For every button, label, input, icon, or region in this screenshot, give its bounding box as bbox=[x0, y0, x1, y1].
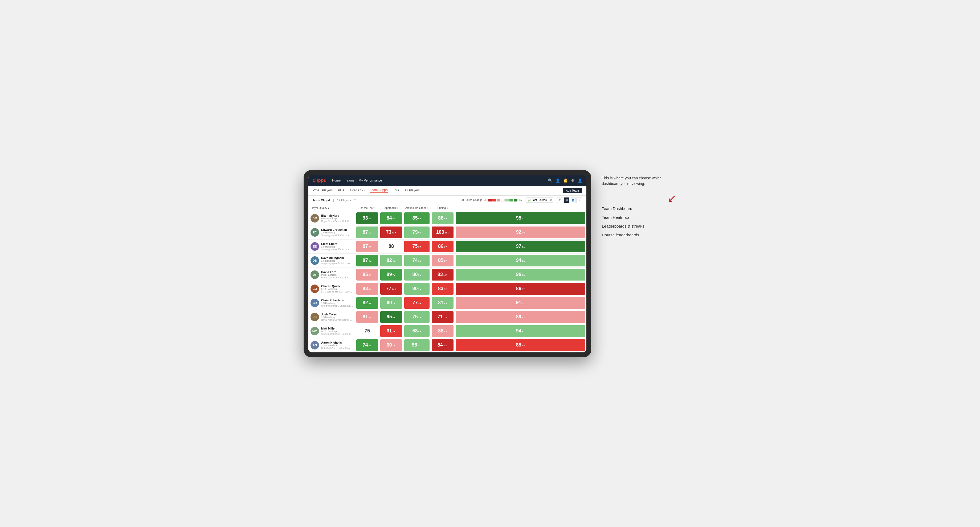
search-icon[interactable]: 🔍 bbox=[548, 178, 552, 183]
score-cell-approach: 74 1▲ bbox=[403, 253, 431, 268]
nav-teams[interactable]: Teams bbox=[345, 179, 354, 182]
nav-my-performance[interactable]: My Performance bbox=[358, 179, 382, 182]
account-icon[interactable]: 👤 bbox=[578, 178, 582, 183]
score-cell-player_quality: 87 3▼ bbox=[355, 239, 379, 253]
col-header-approach[interactable]: Approach ▾ bbox=[379, 205, 403, 211]
score-cell-off_tee: 89 7▲ bbox=[379, 268, 403, 282]
last-rounds-value: 20 bbox=[549, 198, 552, 202]
player-handicap: 1-5 Handicap bbox=[321, 316, 353, 319]
score-cell-approach: 58 4▲ bbox=[403, 324, 431, 338]
score-cell-putting: 97 5▲ bbox=[455, 239, 586, 253]
score-cell-putting: 91 3▼ bbox=[455, 296, 586, 310]
score-cell-player_quality: 74 8▲ bbox=[355, 338, 379, 352]
edit-icon[interactable]: ✏ bbox=[354, 198, 356, 202]
subnav-pga[interactable]: PGA bbox=[338, 189, 345, 193]
team-name: Team Clippd bbox=[313, 198, 330, 202]
score-cell-putting: 95 9▲ bbox=[455, 211, 586, 225]
player-cell: DB Dave Billingham 1-5 Handicap Gog Mago… bbox=[309, 253, 355, 268]
table-container: Player Quality ▾ Off the Tee ▾ Approach … bbox=[309, 205, 586, 352]
user-icon[interactable]: 👤 bbox=[555, 178, 560, 183]
last-rounds-icon: 📊 bbox=[528, 198, 531, 202]
arrow-indicator: ↙ bbox=[602, 193, 676, 204]
player-table: Player Quality ▾ Off the Tee ▾ Approach … bbox=[309, 205, 586, 352]
avatar: MM bbox=[310, 327, 319, 335]
player-handicap: 1-5 Handicap bbox=[321, 302, 353, 305]
outer-wrapper: clippd Home Teams My Performance 🔍 👤 🔔 ⚙… bbox=[304, 170, 676, 357]
player-info: Matt Miller 6-10 Handicap Woburn Golf Cl… bbox=[321, 327, 353, 335]
table-row[interactable]: CQ Charlie Quick 6-10 Handicap St. Georg… bbox=[309, 282, 586, 296]
score-cell-around_green: 83 6▼ bbox=[431, 282, 455, 296]
annotation-item-2: Team Heatmap bbox=[602, 215, 676, 220]
score-cell-approach: 77 3▼ bbox=[403, 296, 431, 310]
tablet-frame: clippd Home Teams My Performance 🔍 👤 🔔 ⚙… bbox=[304, 170, 591, 357]
player-handicap: 1-5 Handicap bbox=[321, 231, 353, 234]
score-cell-around_green: 83 10▼ bbox=[431, 268, 455, 282]
add-team-button[interactable]: Add Team bbox=[563, 188, 582, 193]
sub-nav: PGAT Players PGA Hcaps 1-5 Team Clippd T… bbox=[309, 186, 586, 195]
table-row[interactable]: EE Elliot Ebert 1-5 Handicap Sunningdale… bbox=[309, 239, 586, 253]
annotation-text: This is where you can choose which dashb… bbox=[602, 175, 676, 187]
player-handicap: 11-15 Handicap bbox=[321, 344, 353, 347]
score-cell-approach: 75 2▲ bbox=[403, 310, 431, 324]
table-row[interactable]: JC Josh Coles 1-5 Handicap Royal North D… bbox=[309, 310, 586, 324]
player-cell: AN Aaron Nicholls 11-15 Handicap Drift G… bbox=[309, 338, 355, 352]
player-info: Edward Crossman 1-5 Handicap Sunningdale… bbox=[321, 228, 353, 237]
sidebar-annotation: This is where you can choose which dashb… bbox=[602, 170, 676, 237]
col-header-off-tee[interactable]: Off the Tee ▾ bbox=[355, 205, 379, 211]
player-club: Gog Magog Golf Club, United Kingdom bbox=[321, 262, 353, 265]
table-row[interactable]: DF David Ford Plus Handicap Royal North … bbox=[309, 268, 586, 282]
table-row[interactable]: MM Matt Miller 6-10 Handicap Woburn Golf… bbox=[309, 324, 586, 338]
score-cell-approach: 79 9▲ bbox=[403, 225, 431, 239]
score-cell-off_tee: 77 14▼ bbox=[379, 282, 403, 296]
score-cell-around_green: 81 4▲ bbox=[431, 296, 455, 310]
player-handicap: Plus Handicap bbox=[321, 274, 353, 276]
player-cell: EE Elliot Ebert 1-5 Handicap Sunningdale… bbox=[309, 239, 355, 253]
player-handicap: 6-10 Handicap bbox=[321, 288, 353, 290]
player-cell: DF David Ford Plus Handicap Royal North … bbox=[309, 268, 355, 282]
player-name: Josh Coles bbox=[321, 313, 353, 316]
player-club: Woburn Golf Club, United Kingdom bbox=[321, 333, 353, 335]
view-grid-button[interactable]: ⊞ bbox=[557, 197, 563, 203]
score-cell-around_green: 86 6▼ bbox=[431, 239, 455, 253]
view-download-button[interactable]: ↓ bbox=[576, 197, 582, 203]
col-header-around-green[interactable]: Around the Green ▾ bbox=[403, 205, 431, 211]
table-row[interactable]: EC Edward Crossman 1-5 Handicap Sunningd… bbox=[309, 225, 586, 239]
player-info: Charlie Quick 6-10 Handicap St. George's… bbox=[321, 284, 353, 293]
annotation-item-3: Leaderboards & streaks bbox=[602, 224, 676, 229]
score-cell-putting: 85 4▼ bbox=[455, 338, 586, 352]
round-change-label: 20 Round Change bbox=[461, 198, 482, 202]
subnav-team-clippd[interactable]: Team Clippd bbox=[370, 188, 388, 193]
score-cell-putting: 89 2▼ bbox=[455, 310, 586, 324]
player-handicap: 1-5 Handicap bbox=[321, 259, 353, 262]
subnav-tour[interactable]: Tour bbox=[393, 189, 399, 193]
view-icons: ⊞ ▦ 👤 ↓ bbox=[557, 197, 582, 203]
player-name: Blair McHarg bbox=[321, 214, 353, 217]
view-person-button[interactable]: 👤 bbox=[570, 197, 576, 203]
player-info: Blair McHarg Plus Handicap Royal North D… bbox=[321, 214, 353, 222]
player-cell: BM Blair McHarg Plus Handicap Royal Nort… bbox=[309, 211, 355, 225]
table-row[interactable]: DB Dave Billingham 1-5 Handicap Gog Mago… bbox=[309, 253, 586, 268]
player-info: David Ford Plus Handicap Royal North Dev… bbox=[321, 270, 353, 279]
subnav-all-players[interactable]: All Players bbox=[404, 189, 420, 193]
bell-icon[interactable]: 🔔 bbox=[563, 178, 568, 183]
nav-home[interactable]: Home bbox=[332, 179, 340, 182]
score-cell-putting: 86 8▼ bbox=[455, 282, 586, 296]
round-change: 20 Round Change -5 +5 bbox=[461, 198, 522, 202]
subnav-hcaps[interactable]: Hcaps 1-5 bbox=[350, 189, 364, 193]
avatar: DF bbox=[310, 270, 319, 279]
score-cell-around_green: 84 21▲ bbox=[431, 338, 455, 352]
last-rounds-button[interactable]: 📊 Last Rounds: 20 bbox=[525, 197, 554, 203]
table-row[interactable]: BM Blair McHarg Plus Handicap Royal Nort… bbox=[309, 211, 586, 225]
view-table-button[interactable]: ▦ bbox=[563, 197, 570, 203]
player-name: Charlie Quick bbox=[321, 284, 353, 288]
player-name: Edward Crossman bbox=[321, 228, 353, 231]
subnav-pgat[interactable]: PGAT Players bbox=[313, 189, 332, 193]
table-row[interactable]: AN Aaron Nicholls 11-15 Handicap Drift G… bbox=[309, 338, 586, 352]
player-cell: CR Chris Robertson 1-5 Handicap Craigmil… bbox=[309, 296, 355, 310]
col-header-putting[interactable]: Putting ▾ bbox=[431, 205, 455, 211]
score-cell-around_green: 71 11▼ bbox=[431, 310, 455, 324]
player-club: Royal North Devon Golf Club, United King… bbox=[321, 319, 353, 321]
col-header-player[interactable]: Player Quality ▾ bbox=[309, 205, 355, 211]
table-row[interactable]: CR Chris Robertson 1-5 Handicap Craigmil… bbox=[309, 296, 586, 310]
settings-icon[interactable]: ⚙ bbox=[571, 178, 574, 183]
